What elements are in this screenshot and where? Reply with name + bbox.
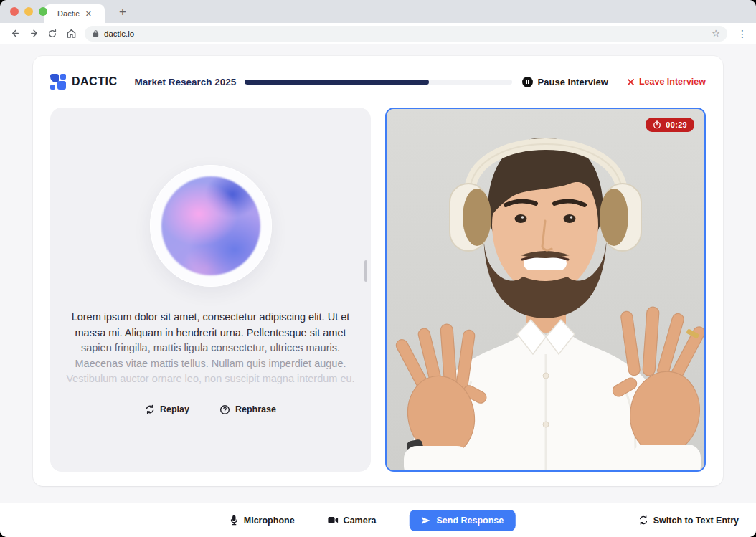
switch-mode-icon <box>638 515 648 525</box>
candidate-video-feed <box>387 109 704 470</box>
microphone-label: Microphone <box>244 515 295 526</box>
microphone-icon <box>230 515 239 526</box>
window-controls[interactable] <box>10 7 47 16</box>
interview-header: DACTIC Market Research 2025 Pause Interv… <box>33 56 723 108</box>
url-text: dactic.io <box>104 29 707 38</box>
question-transcript: Lorem ipsum dolor sit amet, consectetur … <box>66 310 354 387</box>
interview-body: Lorem ipsum dolor sit amet, consectetur … <box>33 108 723 472</box>
ai-orb-ring <box>150 165 272 287</box>
replay-icon <box>145 404 155 414</box>
lock-icon <box>92 29 100 37</box>
candidate-video-panel: 00:29 <box>385 108 706 472</box>
transcript-scrollbar[interactable] <box>364 260 367 282</box>
camera-button[interactable]: Camera <box>328 515 377 526</box>
brand-logo: DACTIC <box>50 74 117 90</box>
close-icon <box>627 78 635 86</box>
question-circle-icon <box>219 404 230 415</box>
new-tab-button[interactable]: + <box>115 4 131 20</box>
send-response-button[interactable]: Send Response <box>409 510 515 531</box>
reload-icon[interactable] <box>44 26 60 42</box>
timer-clock-icon <box>653 120 661 129</box>
session-title: Market Research 2025 <box>134 77 236 87</box>
ai-controls: Replay Rephrase <box>145 404 276 415</box>
leave-interview-button[interactable]: Leave Interview <box>627 77 706 87</box>
leave-label: Leave Interview <box>639 77 706 87</box>
rephrase-label: Rephrase <box>235 404 276 414</box>
browser-tab[interactable]: Dactic ✕ <box>44 4 105 23</box>
browser-menu-icon[interactable]: ⋮ <box>736 28 749 39</box>
bottom-control-bar: Microphone Camera Send Response Switch t… <box>0 503 756 537</box>
camera-label: Camera <box>344 515 377 526</box>
transcript-line: sapien fringilla, mattis ligula consecte… <box>66 341 354 356</box>
pause-icon <box>522 77 533 87</box>
browser-toolbar: dactic.io ☆ ⋮ <box>0 23 756 44</box>
forward-icon[interactable] <box>26 26 42 42</box>
switch-to-text-button[interactable]: Switch to Text Entry <box>638 515 739 526</box>
timer-value: 00:29 <box>666 120 687 129</box>
rephrase-button[interactable]: Rephrase <box>219 404 276 415</box>
back-icon[interactable] <box>7 26 23 42</box>
zoom-window-button[interactable] <box>39 7 47 16</box>
send-label: Send Response <box>436 515 504 526</box>
close-window-button[interactable] <box>10 7 19 16</box>
page-content: DACTIC Market Research 2025 Pause Interv… <box>0 44 756 537</box>
pause-interview-button[interactable]: Pause Interview <box>522 77 608 87</box>
pause-label: Pause Interview <box>538 77 608 87</box>
tab-close-icon[interactable]: ✕ <box>85 9 92 19</box>
switch-label: Switch to Text Entry <box>653 515 739 526</box>
progress-fill <box>245 80 429 85</box>
ai-voice-orb <box>161 176 260 275</box>
replay-button[interactable]: Replay <box>145 404 189 414</box>
microphone-button[interactable]: Microphone <box>230 515 295 526</box>
transcript-line: Lorem ipsum dolor sit amet, consectetur … <box>66 310 354 325</box>
transcript-line: Vestibulum auctor ornare leo, non suscip… <box>66 371 354 387</box>
minimize-window-button[interactable] <box>24 7 33 16</box>
replay-label: Replay <box>160 404 189 414</box>
browser-window: Dactic ✕ + dactic.io ☆ ⋮ <box>0 0 756 537</box>
tab-strip: Dactic ✕ + <box>0 0 756 23</box>
bookmark-star-icon[interactable]: ☆ <box>712 28 720 39</box>
media-controls: Microphone Camera Send Response <box>230 510 516 531</box>
transcript-line: massa mi. Aliquam in hendrerit urna. Pel… <box>66 325 354 341</box>
interview-progress-bar <box>245 80 511 85</box>
dactic-logo-icon <box>50 74 66 90</box>
tab-title: Dactic <box>57 9 80 18</box>
transcript-line: Maecenas vitae mattis tellus. Nullam qui… <box>66 356 354 372</box>
interview-card: DACTIC Market Research 2025 Pause Interv… <box>33 56 723 486</box>
send-icon <box>420 516 430 525</box>
ai-interviewer-panel: Lorem ipsum dolor sit amet, consectetur … <box>50 108 371 472</box>
camera-icon <box>328 516 339 524</box>
recording-timer-badge: 00:29 <box>646 118 694 132</box>
home-icon[interactable] <box>63 26 79 42</box>
address-bar[interactable]: dactic.io ☆ <box>85 26 727 42</box>
brand-name: DACTIC <box>72 75 117 88</box>
